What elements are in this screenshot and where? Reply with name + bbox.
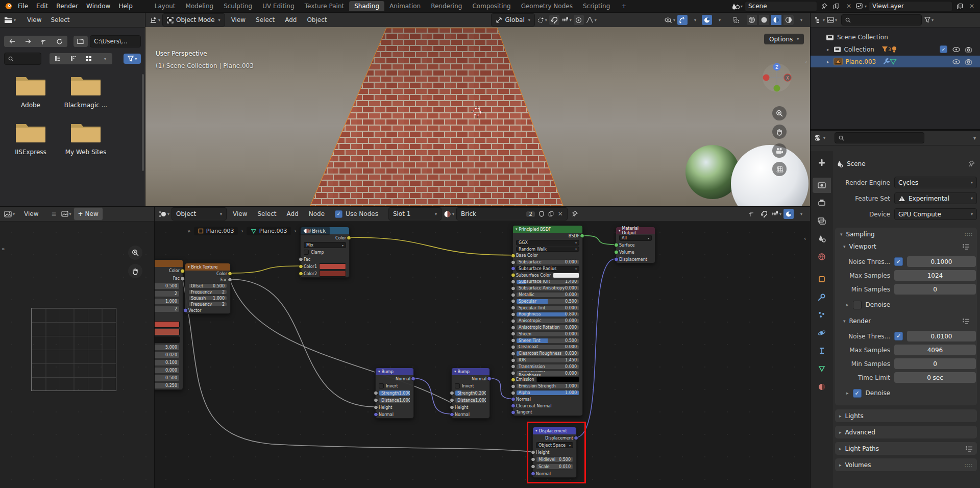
zoom-button[interactable] xyxy=(772,106,787,120)
viewport-menu-select[interactable]: Select xyxy=(252,15,279,25)
node-principled-row-transmission[interactable]: Transmission0.000 xyxy=(513,363,582,370)
node-menu-node[interactable]: Node xyxy=(305,209,329,219)
browse-image-icon[interactable]: ▾ xyxy=(61,209,71,219)
node-cut-row-frequency[interactable]: Frequency2 xyxy=(155,305,183,313)
new-scene-icon[interactable] xyxy=(831,1,842,11)
file-menu-view[interactable]: View xyxy=(23,15,45,25)
filter-icon[interactable]: ▾ xyxy=(124,54,141,64)
material-name-field[interactable]: Brick2✕ xyxy=(456,207,568,221)
node-cut[interactable]: ▾Brick TextureColorFacOffset0.500Frequen… xyxy=(155,259,183,390)
node-bump2[interactable]: ▾BumpNormalInvertStrength0.200Distance1.… xyxy=(451,368,490,419)
node-principled-row-clearcoat-roughness[interactable]: Clearcoat Roughness0.030 xyxy=(513,350,582,357)
node-principled-row-emission[interactable]: Emission xyxy=(513,377,582,383)
socket-base-color[interactable] xyxy=(511,253,516,258)
node-material_output[interactable]: ▾Material OutputAll▾SurfaceVolumeDisplac… xyxy=(616,227,655,263)
workspace-tab-animation[interactable]: Animation xyxy=(384,1,426,11)
socket-volume[interactable] xyxy=(614,250,619,255)
prop-dropdown-render-engine[interactable]: Cycles▾ xyxy=(894,177,977,188)
node-brick-mix-row-mix[interactable]: Mix▾ xyxy=(301,241,349,249)
shading-wireframe-icon[interactable] xyxy=(747,15,757,25)
workspace-tab-compositing[interactable]: Compositing xyxy=(467,1,516,11)
properties-tab-object[interactable] xyxy=(813,272,831,287)
socket-vector[interactable] xyxy=(183,308,188,313)
node-brick-texture-row-frequency[interactable]: Frequency2 xyxy=(185,301,230,307)
blender-logo-icon[interactable] xyxy=(3,1,13,11)
breadcrumb-expand-chevron[interactable]: » xyxy=(187,228,191,234)
node-principled-row-emission-strength[interactable]: Emission Strength1.000 xyxy=(513,383,582,389)
node-cut-row-mortar-size[interactable]: Mortar Size0.020 xyxy=(155,351,183,359)
outliner-display-mode-icon[interactable]: ▾ xyxy=(827,15,837,25)
pan-hand-button[interactable] xyxy=(772,125,787,139)
socket-strength[interactable] xyxy=(450,391,454,396)
prop-checkbox-noise-thres-[interactable]: ✓ xyxy=(894,332,903,340)
shading-material-icon[interactable] xyxy=(771,15,781,25)
socket-bsdf[interactable] xyxy=(580,234,584,238)
socket-height[interactable] xyxy=(374,405,378,410)
workspace-tab-shading[interactable]: Shading xyxy=(349,1,384,11)
vertical-list-icon[interactable] xyxy=(50,53,65,64)
shading-rendered-icon[interactable] xyxy=(783,15,794,25)
expand-arrow-icon[interactable]: ▸ xyxy=(827,47,829,52)
node-brick-mix-row-color1[interactable]: Color1 xyxy=(301,263,349,270)
socket-normal[interactable] xyxy=(374,412,378,417)
workspace-tab-modeling[interactable]: Modeling xyxy=(181,1,219,11)
panel-light-paths[interactable]: ▸Light Paths xyxy=(835,442,977,455)
node-principled-row-anisotropic[interactable]: Anisotropic0.000 xyxy=(513,318,582,324)
node-brick-texture-row-squash[interactable]: Squash1.000 xyxy=(185,295,230,301)
socket-anisotropic[interactable] xyxy=(511,319,516,323)
socket-transmission-roughness[interactable] xyxy=(511,371,516,376)
node-brick-texture-row-frequency[interactable]: Frequency2 xyxy=(185,289,230,295)
properties-options-chevron[interactable]: ▾ xyxy=(973,135,976,141)
node-cut-row-brick-width[interactable]: Brick Width0.500 xyxy=(155,374,183,382)
prop-value-min-samples[interactable]: 0 xyxy=(894,284,976,295)
socket-fac[interactable] xyxy=(228,278,232,282)
properties-tab-material[interactable] xyxy=(813,379,831,395)
fake-user-shield-icon[interactable] xyxy=(539,211,544,217)
new-image-button[interactable]: +New xyxy=(74,207,103,221)
show-overlays-toggle[interactable] xyxy=(702,15,712,25)
folder-item-blackmagic-[interactable]: Blackmagic ... xyxy=(58,73,113,109)
unlink-scene-icon[interactable]: ✕ xyxy=(844,1,854,11)
prop-value-time-limit[interactable]: 0 sec xyxy=(894,372,976,383)
node-cut-row-color2[interactable]: Color2 xyxy=(155,328,183,336)
node-bump1-row-strength[interactable]: Strength1.000 xyxy=(376,389,413,397)
node-principled-row-subsurface-ior[interactable]: Subsurface IOR1.400 xyxy=(513,279,582,285)
file-menu-select[interactable]: Select xyxy=(47,15,74,25)
folder-item-my-web-sites[interactable]: My Web Sites xyxy=(58,120,113,156)
breadcrumb-item-plane-003[interactable]: Plane.003 xyxy=(194,227,238,235)
node-cut-row-offset[interactable]: Offset0.500 xyxy=(155,282,183,290)
properties-tab-modifier[interactable] xyxy=(813,289,831,305)
socket-distance[interactable] xyxy=(374,398,378,403)
workspace-tab-scripting[interactable]: Scripting xyxy=(578,1,615,11)
node-principled-row-specular[interactable]: Specular0.500 xyxy=(513,298,582,305)
socket-color[interactable] xyxy=(180,269,185,273)
node-menu-add[interactable]: Add xyxy=(283,209,303,219)
node-menu-select[interactable]: Select xyxy=(254,209,281,219)
node-brick-mix-row-clamp[interactable]: Clamp xyxy=(301,249,349,256)
panel-drag-grip[interactable]: :::: xyxy=(965,232,973,237)
node-cut-row-frequency[interactable]: Frequency2 xyxy=(155,290,183,298)
node-cut-row-color1[interactable]: Color1 xyxy=(155,321,183,328)
prop-value-min-samples[interactable]: 0 xyxy=(894,358,976,369)
node-brick-texture-row-offset[interactable]: Offset0.500 xyxy=(185,283,230,289)
panel-preset-icon[interactable] xyxy=(962,243,970,250)
search-input[interactable] xyxy=(4,53,41,65)
workspace-tab-texture-paint[interactable]: Texture Paint xyxy=(300,1,349,11)
folder-item-iisexpress[interactable]: IISExpress xyxy=(3,120,58,156)
prop-value-noise-thres-[interactable]: 0.0100 xyxy=(907,331,976,341)
node-principled-row-subsurface[interactable]: Subsurface0.000 xyxy=(513,259,582,265)
panel-preset-icon[interactable] xyxy=(962,318,970,324)
node-overlays-toggle[interactable] xyxy=(783,209,794,219)
node-bump2-row-distance[interactable]: Distance1.000 xyxy=(452,397,489,404)
editor-type-viewport-icon[interactable]: ▾ xyxy=(150,15,160,25)
socket-surface[interactable] xyxy=(614,243,619,248)
gizmo-dropdown[interactable]: ▾ xyxy=(690,15,700,25)
expand-arrow-icon[interactable]: ▸ xyxy=(827,59,829,64)
properties-tab-tool[interactable] xyxy=(813,155,831,170)
pin-material-icon[interactable] xyxy=(570,209,580,219)
socket-subsurface-anisotropy[interactable] xyxy=(511,286,516,290)
node-principled-row-specular-tint[interactable]: Specular Tint0.000 xyxy=(513,305,582,311)
show-gizmo-toggle[interactable] xyxy=(677,15,688,25)
use-nodes-toggle[interactable]: ✓Use Nodes xyxy=(335,210,378,218)
prop-value-max-samples[interactable]: 1024 xyxy=(894,270,976,281)
